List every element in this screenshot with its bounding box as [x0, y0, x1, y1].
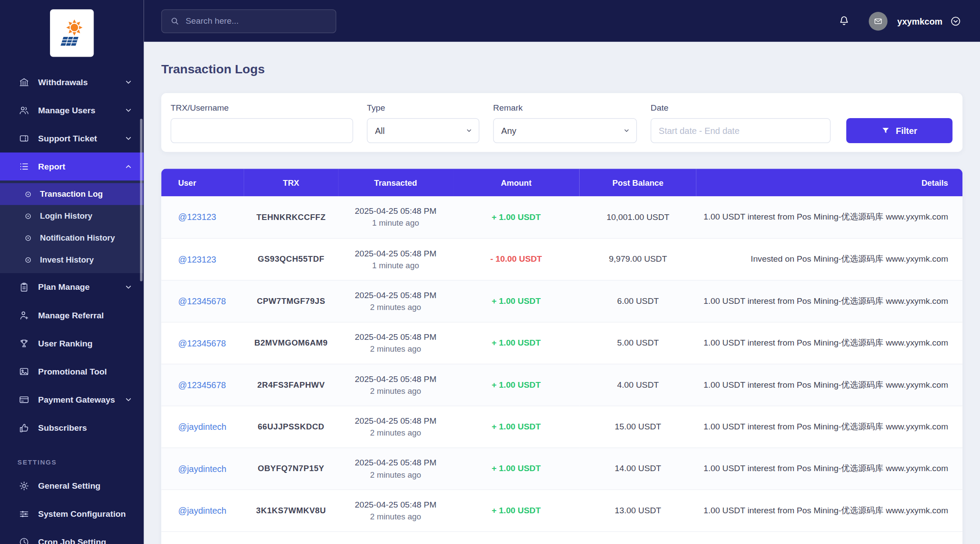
sidebar-item-subscribers[interactable]: Subscribers: [0, 414, 144, 442]
sidebar-item-general-setting[interactable]: General Setting: [0, 472, 144, 500]
gear-icon: [19, 481, 29, 491]
amount-value: + 1.00 USDT: [492, 296, 541, 306]
user-link[interactable]: @jaydintech: [178, 464, 227, 474]
transacted-date: 2025-04-25 05:48 PM: [343, 500, 448, 509]
post-balance-cell: 9,979.00 USDT: [580, 238, 696, 280]
user-link[interactable]: @123123: [178, 254, 216, 264]
dot-circle-icon: [24, 234, 32, 242]
search-box[interactable]: [161, 9, 336, 33]
trx-cell: OBYFQ7N7P15Y: [244, 447, 338, 489]
sidebar-subitem-invest-history[interactable]: Invest History: [0, 249, 144, 271]
sidebar-item-label: Plan Manage: [38, 282, 116, 292]
search-icon: [170, 16, 179, 25]
transacted-date: 2025-04-25 05:48 PM: [343, 458, 448, 467]
post-balance-cell: 15.00 USDT: [580, 406, 696, 447]
remark-group: Remark Any: [493, 103, 637, 143]
sidebar-item-label: Withdrawals: [38, 78, 116, 87]
post-balance-cell: 13.00 USDT: [580, 490, 696, 531]
bell-icon[interactable]: [838, 15, 850, 27]
transacted-ago: 2 minutes ago: [343, 344, 448, 353]
search-input[interactable]: [186, 16, 328, 25]
settings-section-label: SETTINGS: [0, 442, 144, 472]
credit-card-icon: [19, 394, 29, 405]
post-balance-cell: 10,001.00 USDT: [580, 196, 696, 238]
user-link[interactable]: @jaydintech: [178, 422, 227, 432]
transacted-ago: 2 minutes ago: [343, 428, 448, 437]
ticket-icon: [19, 133, 29, 144]
report-submenu: Transaction Log Login History Notificati…: [0, 180, 144, 273]
sidebar-item-system-configuration[interactable]: System Configuration: [0, 500, 144, 528]
type-group: Type All: [367, 103, 479, 143]
clipboard-icon: [19, 282, 29, 292]
sidebar-item-label: Report: [38, 162, 116, 171]
app-logo[interactable]: [50, 9, 94, 57]
chevron-circle-icon[interactable]: [950, 15, 962, 27]
sidebar-item-payment-gateways[interactable]: Payment Gateways: [0, 385, 144, 414]
sidebar-item-withdrawals[interactable]: Withdrawals: [0, 68, 144, 96]
details-cell: 1.00 USDT interest from Pos Mining-优选源码库…: [696, 406, 962, 447]
sidebar-item-label: General Setting: [38, 481, 133, 490]
transacted-cell: 2025-04-25 05:48 PM 2 minutes ago: [339, 280, 453, 322]
sliders-icon: [19, 509, 29, 519]
transactions-table-card: User TRX Transacted Amount Post Balance …: [161, 169, 962, 544]
user-link[interactable]: @jaydintech: [178, 505, 227, 515]
type-select[interactable]: All: [367, 118, 479, 143]
sidebar-item-label: Support Ticket: [38, 134, 116, 143]
details-cell: Invested on Pos Mining-优选源码库 www.yxymk.c…: [696, 238, 962, 280]
type-label: Type: [367, 103, 479, 112]
logo-container: [0, 0, 144, 61]
sidebar-item-label: Manage Referral: [38, 310, 133, 320]
users-icon: [19, 105, 29, 115]
col-header-trx: TRX: [244, 169, 338, 196]
sidebar-menu: Withdrawals Manage Users Support Ticket …: [0, 61, 144, 544]
trophy-icon: [19, 338, 29, 349]
remark-select[interactable]: Any: [493, 118, 637, 143]
sidebar-item-manage-users[interactable]: Manage Users: [0, 96, 144, 124]
filter-card: TRX/Username Type All Remark: [161, 93, 962, 152]
transacted-ago: 2 minutes ago: [343, 302, 448, 311]
amount-value: + 1.00 USDT: [492, 380, 541, 389]
table-row: @jaydintech 66UJJPSSKDCD 2025-04-25 05:4…: [161, 406, 962, 447]
date-range-input[interactable]: [651, 118, 831, 143]
username-label[interactable]: yxymkcom: [897, 16, 943, 26]
sidebar-subitem-label: Notification History: [40, 233, 115, 242]
image-icon: [19, 366, 29, 377]
topbar: yxymkcom: [144, 0, 980, 42]
post-balance-cell: 14.00 USDT: [580, 447, 696, 489]
sidebar-item-user-ranking[interactable]: User Ranking: [0, 329, 144, 357]
trx-cell: TEHNKRKCCFFZ: [244, 196, 338, 238]
sidebar-item-plan-manage[interactable]: Plan Manage: [0, 273, 144, 301]
sidebar-scrollbar[interactable]: [140, 119, 143, 281]
sidebar-item-manage-referral[interactable]: Manage Referral: [0, 301, 144, 329]
user-link[interactable]: @123123: [178, 212, 216, 222]
user-link[interactable]: @12345678: [178, 380, 226, 390]
transacted-cell: 2025-04-25 05:48 PM 1 minute ago: [339, 238, 453, 280]
details-cell: 1.00 USDT interest from Pos Mining-优选源码库…: [696, 364, 962, 405]
chevron-up-icon: [124, 162, 133, 171]
sidebar-item-cron-job-setting[interactable]: Cron Job Setting: [0, 528, 144, 544]
user-link[interactable]: @12345678: [178, 296, 226, 306]
post-balance-cell: 5.00 USDT: [580, 322, 696, 364]
sidebar-item-support-ticket[interactable]: Support Ticket: [0, 124, 144, 152]
sidebar-subitem-notification-history[interactable]: Notification History: [0, 227, 144, 249]
sidebar-subitem-login-history[interactable]: Login History: [0, 205, 144, 227]
sidebar-item-label: System Configuration: [38, 509, 133, 519]
sidebar-subitem-transaction-log[interactable]: Transaction Log: [0, 183, 144, 205]
transacted-ago: 2 minutes ago: [343, 512, 448, 521]
sidebar-item-report[interactable]: Report: [0, 152, 144, 180]
trx-username-input[interactable]: [171, 118, 353, 143]
app-root: Withdrawals Manage Users Support Ticket …: [0, 0, 980, 544]
transactions-table: User TRX Transacted Amount Post Balance …: [161, 169, 962, 531]
details-cell: 1.00 USDT interest from Pos Mining-优选源码库…: [696, 322, 962, 364]
user-link[interactable]: @12345678: [178, 338, 226, 348]
filter-button[interactable]: Filter: [846, 118, 952, 143]
table-row: @123123 GS93QCH55TDF 2025-04-25 05:48 PM…: [161, 238, 962, 280]
user-avatar[interactable]: [868, 11, 887, 30]
dot-circle-icon: [24, 190, 32, 198]
sidebar-item-promotional-tool[interactable]: Promotional Tool: [0, 357, 144, 385]
col-header-amount: Amount: [453, 169, 579, 196]
logo-icon: [57, 17, 87, 49]
dot-circle-icon: [24, 212, 32, 220]
amount-value: + 1.00 USDT: [492, 464, 541, 473]
col-header-user: User: [161, 169, 244, 196]
